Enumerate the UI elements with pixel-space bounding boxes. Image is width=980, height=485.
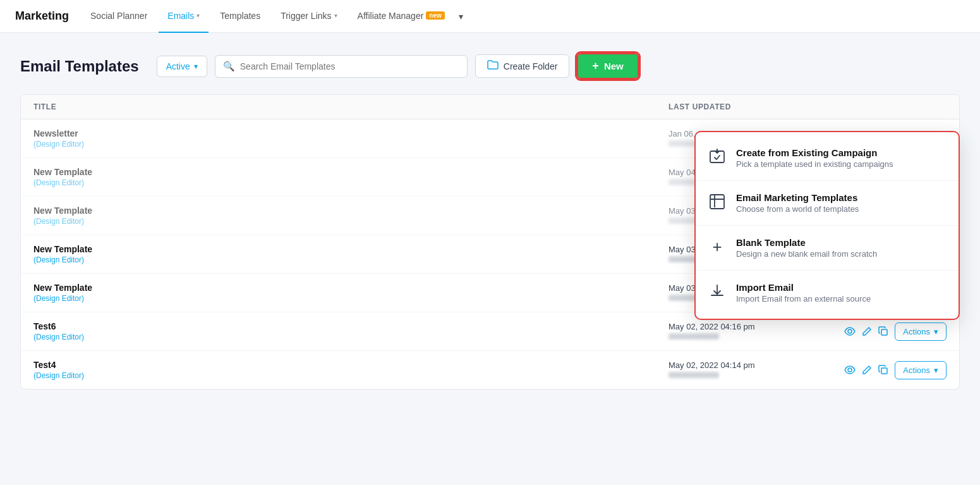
nav-templates-label: Templates [220,11,260,21]
col-header-title: TITLE [33,102,668,111]
nav-templates[interactable]: Templates [211,0,269,33]
nav-affiliate-badge: new [426,11,444,20]
row-title: Test4 [33,360,668,370]
filter-chevron-icon: ▾ [194,62,198,71]
col-header-actions [845,102,947,111]
dropdown-item-title: Create from Existing Campaign [736,147,893,158]
dropdown-item-title: Blank Template [736,237,877,248]
dropdown-item-subtitle: Design a new blank email from scratch [736,249,877,259]
preview-icon[interactable] [844,322,856,340]
search-input[interactable] [240,61,459,71]
row-title: New Template [33,283,668,293]
svg-point-6 [848,368,852,372]
row-subtitle: (Design Editor) [33,333,668,341]
row-date: May 02, 2022 04:16 pm [668,322,845,331]
table-row: Test4 (Design Editor) May 02, 2022 04:14… [21,351,959,389]
row-title: New Template [33,206,668,216]
svg-rect-7 [881,368,887,374]
filter-button[interactable]: Active ▾ [157,56,207,77]
row-subtitle: (Design Editor) [33,371,668,380]
new-label: New [604,61,624,71]
svg-point-4 [848,329,852,333]
search-icon: 🔍 [223,61,235,72]
nav-affiliate-manager-label: Affiliate Manager [358,11,424,21]
divider [696,225,959,226]
dropdown-item-import-email[interactable]: Import Email Import Email from an extern… [696,272,959,314]
filter-label: Active [166,61,190,71]
row-user-blurred [668,372,719,378]
actions-chevron-icon: ▾ [934,327,938,336]
table-header: TITLE LAST UPDATED [21,95,959,120]
dropdown-item-title: Email Marketing Templates [736,192,859,203]
trigger-links-chevron-icon: ▾ [334,12,337,19]
actions-label: Actions [903,365,930,375]
search-box: 🔍 [215,55,468,78]
actions-chevron-icon: ▾ [934,365,938,375]
preview-icon[interactable] [844,361,856,379]
row-actions: Actions ▾ [845,322,947,341]
svg-rect-5 [881,329,887,335]
new-plus-icon: + [592,59,599,73]
row-title: New Template [33,244,668,254]
dropdown-item-subtitle: Import Email from an external source [736,294,871,304]
row-subtitle: (Design Editor) [33,178,668,187]
top-nav: Marketing Social Planner Emails ▾ Templa… [0,0,980,33]
actions-label: Actions [903,327,930,336]
dropdown-item-text: Blank Template Design a new blank email … [736,237,877,259]
row-user-blurred [668,333,719,340]
dropdown-item-text: Email Marketing Templates Choose from a … [736,192,859,214]
row-date: May 02, 2022 04:14 pm [668,360,845,370]
page-title: Email Templates [20,58,139,75]
row-subtitle: (Design Editor) [33,294,668,303]
main-content: Email Templates Active ▾ 🔍 Create Folder… [0,33,980,410]
col-header-updated: LAST UPDATED [668,102,845,111]
edit-icon[interactable] [862,361,872,379]
edit-icon[interactable] [862,322,872,340]
svg-rect-9 [710,195,724,209]
row-title: New Template [33,167,668,177]
actions-button[interactable]: Actions ▾ [895,361,947,379]
dropdown-item-subtitle: Choose from a world of templates [736,204,859,214]
blank-template-icon: + [708,238,726,255]
dropdown-item-existing-campaign[interactable]: Create from Existing Campaign Pick a tem… [696,137,959,179]
folder-icon [487,60,499,72]
create-folder-button[interactable]: Create Folder [475,54,570,78]
row-title: Newsletter [33,128,668,138]
import-email-icon [708,283,726,302]
dropdown-item-text: Import Email Import Email from an extern… [736,282,871,304]
row-subtitle: (Design Editor) [33,217,668,226]
copy-icon[interactable] [878,322,888,340]
marketing-templates-icon [708,193,726,214]
new-dropdown: Create from Existing Campaign Pick a tem… [694,131,960,320]
nav-social-planner[interactable]: Social Planner [82,0,156,33]
dropdown-item-blank-template[interactable]: + Blank Template Design a new blank emai… [696,227,959,269]
row-subtitle: (Design Editor) [33,140,668,149]
divider [696,270,959,271]
dropdown-item-subtitle: Pick a template used in existing campaig… [736,159,893,169]
header-row: Email Templates Active ▾ 🔍 Create Folder… [20,53,960,79]
create-folder-label: Create Folder [504,61,558,71]
dropdown-item-marketing-templates[interactable]: Email Marketing Templates Choose from a … [696,182,959,224]
nav-trigger-links[interactable]: Trigger Links ▾ [272,0,346,33]
dropdown-item-title: Import Email [736,282,871,293]
nav-affiliate-manager[interactable]: Affiliate Manager new [349,0,454,33]
nav-more-button[interactable]: ▾ [459,11,463,21]
row-actions: Actions ▾ [845,361,947,379]
dropdown-item-text: Create from Existing Campaign Pick a tem… [736,147,893,169]
new-button[interactable]: + New [577,53,638,79]
row-title: Test6 [33,321,668,331]
divider [696,180,959,181]
actions-button[interactable]: Actions ▾ [895,322,947,341]
nav-trigger-links-label: Trigger Links [281,11,331,21]
emails-chevron-icon: ▾ [197,12,200,19]
copy-icon[interactable] [878,361,888,379]
brand-logo: Marketing [15,9,69,23]
nav-emails[interactable]: Emails ▾ [159,0,209,33]
row-subtitle: (Design Editor) [33,255,668,264]
existing-campaign-icon [708,149,726,169]
nav-social-planner-label: Social Planner [90,11,147,21]
nav-emails-label: Emails [167,11,194,21]
